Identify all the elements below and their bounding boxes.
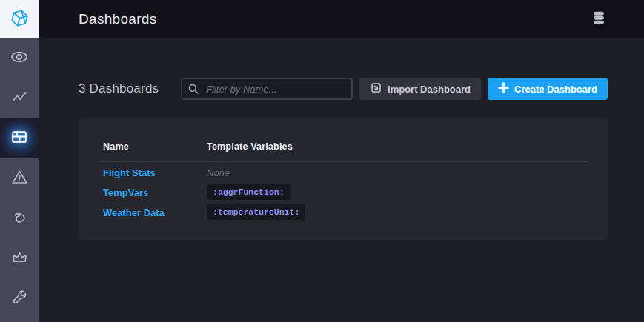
template-variable-badge: :temperatureUnit: [207, 204, 305, 220]
sidebar-item-host-list[interactable] [0, 38, 39, 78]
sidebar [0, 0, 39, 322]
table-header-row: Name Template Variables [98, 118, 588, 162]
alert-triangle-icon [10, 168, 29, 189]
column-header-name: Name [98, 141, 207, 152]
table-row: Weather Data :temperatureUnit: [98, 202, 588, 222]
table-row: TempVars :aggrFunction: [98, 182, 588, 202]
filter-field-wrap [181, 78, 353, 100]
template-variables-none: None [207, 167, 230, 178]
dashboards-panel: Name Template Variables Flight Stats Non… [79, 118, 608, 240]
crown-icon [10, 248, 29, 269]
hand-icon [10, 208, 29, 229]
pulse-graph-icon [10, 88, 28, 109]
top-header: Dashboards [39, 0, 644, 38]
dashboard-link-flight-stats[interactable]: Flight Stats [103, 167, 156, 178]
sidebar-item-influxdb-admin[interactable] [0, 238, 39, 278]
sidebar-item-dashboards[interactable] [0, 118, 39, 158]
eye-icon [10, 47, 29, 70]
dashboards-toolbar: 3 Dashboards [39, 78, 644, 100]
chronograf-app: Dashboards 3 Dashboards [0, 0, 644, 322]
column-header-template-variables: Template Variables [207, 141, 293, 152]
import-dashboard-button[interactable]: Import Dashboard [359, 78, 481, 100]
import-dashboard-label: Import Dashboard [388, 84, 471, 95]
sidebar-item-alerting[interactable] [0, 158, 39, 198]
sidebar-item-logo[interactable] [0, 0, 39, 38]
dashboard-link-tempvars[interactable]: TempVars [103, 187, 148, 198]
import-box-arrow-icon [370, 81, 382, 96]
dashboard-link-weather-data[interactable]: Weather Data [103, 207, 165, 218]
table-row: Flight Stats None [98, 162, 588, 182]
dashboard-grid-icon [10, 128, 28, 149]
sources-button[interactable] [587, 7, 611, 32]
influxdata-cube-logo-icon [10, 8, 30, 31]
page-title: Dashboards [39, 11, 156, 27]
database-icon [590, 10, 608, 29]
create-dashboard-label: Create Dashboard [514, 84, 597, 95]
sidebar-item-configuration[interactable] [0, 278, 39, 318]
dashboards-table: Name Template Variables Flight Stats Non… [98, 118, 588, 222]
sidebar-item-admin[interactable] [0, 198, 39, 238]
dashboards-count-heading: 3 Dashboards [79, 81, 159, 96]
create-dashboard-button[interactable]: Create Dashboard [488, 78, 608, 100]
filter-by-name-input[interactable] [181, 78, 353, 100]
template-variable-badge: :aggrFunction: [207, 184, 291, 200]
wrench-icon [10, 288, 29, 309]
plus-icon [498, 82, 509, 95]
sidebar-item-data-explorer[interactable] [0, 78, 39, 118]
